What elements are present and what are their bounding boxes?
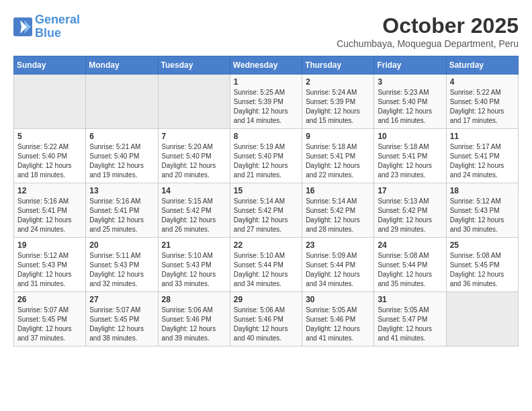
calendar-cell: 15Sunrise: 5:14 AM Sunset: 5:42 PM Dayli… bbox=[230, 183, 302, 238]
day-info: Sunrise: 5:14 AM Sunset: 5:42 PM Dayligh… bbox=[306, 197, 370, 234]
calendar-cell: 6Sunrise: 5:21 AM Sunset: 5:40 PM Daylig… bbox=[86, 129, 158, 183]
logo-text: General Blue bbox=[35, 13, 80, 40]
calendar-cell: 30Sunrise: 5:05 AM Sunset: 5:46 PM Dayli… bbox=[302, 292, 374, 347]
day-number: 4 bbox=[450, 77, 515, 87]
day-info: Sunrise: 5:12 AM Sunset: 5:43 PM Dayligh… bbox=[450, 197, 515, 234]
logo-icon bbox=[13, 17, 32, 36]
calendar-cell: 1Sunrise: 5:25 AM Sunset: 5:39 PM Daylig… bbox=[230, 75, 302, 129]
calendar-cell: 26Sunrise: 5:07 AM Sunset: 5:45 PM Dayli… bbox=[14, 292, 86, 347]
day-number: 16 bbox=[306, 186, 370, 195]
day-info: Sunrise: 5:21 AM Sunset: 5:40 PM Dayligh… bbox=[89, 142, 154, 180]
day-number: 22 bbox=[234, 240, 298, 250]
weekday-header-saturday: Saturday bbox=[446, 56, 518, 75]
calendar-cell: 31Sunrise: 5:05 AM Sunset: 5:47 PM Dayli… bbox=[374, 292, 446, 347]
weekday-header-sunday: Sunday bbox=[14, 56, 86, 75]
day-info: Sunrise: 5:16 AM Sunset: 5:41 PM Dayligh… bbox=[17, 197, 82, 234]
title-block: October 2025 Cuchumbaya, Moquegua Depart… bbox=[337, 13, 519, 49]
day-number: 12 bbox=[17, 186, 82, 195]
day-number: 1 bbox=[234, 77, 298, 87]
calendar-cell: 9Sunrise: 5:18 AM Sunset: 5:41 PM Daylig… bbox=[302, 129, 374, 183]
day-info: Sunrise: 5:25 AM Sunset: 5:39 PM Dayligh… bbox=[234, 88, 298, 126]
calendar-cell: 29Sunrise: 5:06 AM Sunset: 5:46 PM Dayli… bbox=[230, 292, 302, 347]
calendar-week-3: 12Sunrise: 5:16 AM Sunset: 5:41 PM Dayli… bbox=[14, 183, 519, 238]
calendar-cell: 17Sunrise: 5:13 AM Sunset: 5:42 PM Dayli… bbox=[374, 183, 446, 238]
calendar-cell: 12Sunrise: 5:16 AM Sunset: 5:41 PM Dayli… bbox=[14, 183, 86, 238]
day-number: 19 bbox=[17, 240, 82, 250]
calendar-cell: 21Sunrise: 5:10 AM Sunset: 5:43 PM Dayli… bbox=[158, 238, 230, 292]
day-number: 6 bbox=[89, 132, 154, 141]
day-info: Sunrise: 5:14 AM Sunset: 5:42 PM Dayligh… bbox=[234, 197, 298, 234]
calendar-cell bbox=[446, 292, 518, 347]
calendar-cell: 8Sunrise: 5:19 AM Sunset: 5:40 PM Daylig… bbox=[230, 129, 302, 183]
weekday-header-monday: Monday bbox=[86, 56, 158, 75]
calendar-cell: 14Sunrise: 5:15 AM Sunset: 5:42 PM Dayli… bbox=[158, 183, 230, 238]
weekday-header-thursday: Thursday bbox=[302, 56, 374, 75]
day-number: 2 bbox=[306, 77, 370, 87]
calendar-week-4: 19Sunrise: 5:12 AM Sunset: 5:43 PM Dayli… bbox=[14, 238, 519, 292]
day-info: Sunrise: 5:17 AM Sunset: 5:41 PM Dayligh… bbox=[450, 142, 515, 180]
calendar-body: 1Sunrise: 5:25 AM Sunset: 5:39 PM Daylig… bbox=[14, 75, 519, 347]
day-info: Sunrise: 5:08 AM Sunset: 5:44 PM Dayligh… bbox=[378, 251, 442, 289]
day-info: Sunrise: 5:18 AM Sunset: 5:41 PM Dayligh… bbox=[306, 142, 370, 180]
weekday-header-wednesday: Wednesday bbox=[230, 56, 302, 75]
logo: General Blue bbox=[13, 13, 80, 40]
day-number: 24 bbox=[378, 240, 442, 250]
day-info: Sunrise: 5:19 AM Sunset: 5:40 PM Dayligh… bbox=[234, 142, 298, 180]
day-info: Sunrise: 5:11 AM Sunset: 5:43 PM Dayligh… bbox=[89, 251, 154, 289]
day-info: Sunrise: 5:07 AM Sunset: 5:45 PM Dayligh… bbox=[17, 306, 82, 343]
day-number: 5 bbox=[17, 132, 82, 141]
day-number: 23 bbox=[306, 240, 370, 250]
day-info: Sunrise: 5:10 AM Sunset: 5:43 PM Dayligh… bbox=[162, 251, 226, 289]
calendar-cell: 4Sunrise: 5:22 AM Sunset: 5:40 PM Daylig… bbox=[446, 75, 518, 129]
day-number: 25 bbox=[450, 240, 515, 250]
calendar-cell bbox=[14, 75, 86, 129]
calendar-week-1: 1Sunrise: 5:25 AM Sunset: 5:39 PM Daylig… bbox=[14, 75, 519, 129]
calendar-cell: 18Sunrise: 5:12 AM Sunset: 5:43 PM Dayli… bbox=[446, 183, 518, 238]
calendar-cell: 25Sunrise: 5:08 AM Sunset: 5:45 PM Dayli… bbox=[446, 238, 518, 292]
calendar-cell: 3Sunrise: 5:23 AM Sunset: 5:40 PM Daylig… bbox=[374, 75, 446, 129]
calendar-cell: 2Sunrise: 5:24 AM Sunset: 5:39 PM Daylig… bbox=[302, 75, 374, 129]
calendar-cell: 5Sunrise: 5:22 AM Sunset: 5:40 PM Daylig… bbox=[14, 129, 86, 183]
day-info: Sunrise: 5:08 AM Sunset: 5:45 PM Dayligh… bbox=[450, 251, 515, 289]
day-info: Sunrise: 5:22 AM Sunset: 5:40 PM Dayligh… bbox=[17, 142, 82, 180]
day-info: Sunrise: 5:16 AM Sunset: 5:41 PM Dayligh… bbox=[89, 197, 154, 234]
day-number: 31 bbox=[378, 295, 442, 304]
day-info: Sunrise: 5:07 AM Sunset: 5:45 PM Dayligh… bbox=[89, 306, 154, 343]
month-title: October 2025 bbox=[337, 13, 519, 38]
day-info: Sunrise: 5:06 AM Sunset: 5:46 PM Dayligh… bbox=[234, 306, 298, 343]
calendar-cell: 11Sunrise: 5:17 AM Sunset: 5:41 PM Dayli… bbox=[446, 129, 518, 183]
day-number: 30 bbox=[306, 295, 370, 304]
day-number: 18 bbox=[450, 186, 515, 195]
day-number: 28 bbox=[162, 295, 226, 304]
day-number: 10 bbox=[378, 132, 442, 141]
day-number: 8 bbox=[234, 132, 298, 141]
day-info: Sunrise: 5:09 AM Sunset: 5:44 PM Dayligh… bbox=[306, 251, 370, 289]
day-number: 14 bbox=[162, 186, 226, 195]
day-info: Sunrise: 5:05 AM Sunset: 5:46 PM Dayligh… bbox=[306, 306, 370, 343]
calendar-cell bbox=[86, 75, 158, 129]
calendar-cell: 23Sunrise: 5:09 AM Sunset: 5:44 PM Dayli… bbox=[302, 238, 374, 292]
calendar-cell: 20Sunrise: 5:11 AM Sunset: 5:43 PM Dayli… bbox=[86, 238, 158, 292]
day-number: 20 bbox=[89, 240, 154, 250]
day-info: Sunrise: 5:23 AM Sunset: 5:40 PM Dayligh… bbox=[378, 88, 442, 126]
calendar-table: SundayMondayTuesdayWednesdayThursdayFrid… bbox=[13, 56, 519, 347]
day-info: Sunrise: 5:05 AM Sunset: 5:47 PM Dayligh… bbox=[378, 306, 442, 343]
calendar-cell: 10Sunrise: 5:18 AM Sunset: 5:41 PM Dayli… bbox=[374, 129, 446, 183]
weekday-header-friday: Friday bbox=[374, 56, 446, 75]
day-number: 15 bbox=[234, 186, 298, 195]
day-number: 29 bbox=[234, 295, 298, 304]
day-number: 26 bbox=[17, 295, 82, 304]
day-number: 21 bbox=[162, 240, 226, 250]
day-info: Sunrise: 5:20 AM Sunset: 5:40 PM Dayligh… bbox=[162, 142, 226, 180]
day-info: Sunrise: 5:15 AM Sunset: 5:42 PM Dayligh… bbox=[162, 197, 226, 234]
day-number: 27 bbox=[89, 295, 154, 304]
calendar-cell: 7Sunrise: 5:20 AM Sunset: 5:40 PM Daylig… bbox=[158, 129, 230, 183]
calendar-cell: 28Sunrise: 5:06 AM Sunset: 5:46 PM Dayli… bbox=[158, 292, 230, 347]
calendar-cell: 22Sunrise: 5:10 AM Sunset: 5:44 PM Dayli… bbox=[230, 238, 302, 292]
weekday-header-row: SundayMondayTuesdayWednesdayThursdayFrid… bbox=[14, 56, 519, 75]
calendar-cell bbox=[158, 75, 230, 129]
day-number: 17 bbox=[378, 186, 442, 195]
weekday-header-tuesday: Tuesday bbox=[158, 56, 230, 75]
page-header: General Blue October 2025 Cuchumbaya, Mo… bbox=[13, 13, 519, 49]
day-info: Sunrise: 5:18 AM Sunset: 5:41 PM Dayligh… bbox=[378, 142, 442, 180]
